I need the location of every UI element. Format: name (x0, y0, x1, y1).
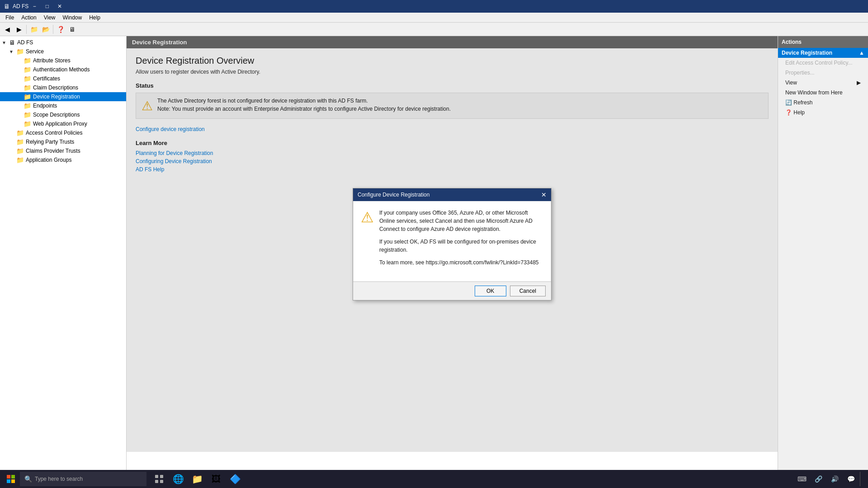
svg-rect-5 (160, 475, 163, 478)
title-bar: 🖥 AD FS − □ ✕ (0, 0, 868, 13)
tree-item-claim-descriptions[interactable]: 📁 Claim Descriptions (0, 83, 126, 92)
svg-rect-7 (160, 480, 163, 483)
folder-icon: 📁 (24, 66, 31, 73)
folder-icon: 📁 (24, 75, 31, 82)
tree-item-endpoints[interactable]: 📁 Endpoints (0, 101, 126, 110)
tree-label: Claim Descriptions (33, 84, 78, 91)
tree-item-app-groups[interactable]: 📁 Application Groups (0, 155, 126, 164)
action-refresh-label: Refresh (793, 99, 812, 106)
tree-item-certificates[interactable]: 📁 Certificates (0, 74, 126, 83)
tree-label: Certificates (33, 75, 60, 82)
dialog-close-button[interactable]: ✕ (541, 191, 547, 198)
console-button[interactable]: 🖥 (67, 24, 78, 35)
menu-window[interactable]: Window (59, 14, 86, 22)
menu-view[interactable]: View (40, 14, 59, 22)
dialog-line1: If your company uses Office 365, Azure A… (379, 209, 543, 233)
close-button[interactable]: ✕ (54, 2, 66, 11)
title-bar-icon: 🖥 (4, 3, 10, 10)
svg-rect-1 (11, 475, 15, 479)
tree-label: Web Application Proxy (33, 121, 87, 127)
tree-item-scope-descriptions[interactable]: 📁 Scope Descriptions (0, 110, 126, 119)
tree-label: Access Control Policies (26, 130, 82, 136)
menu-action[interactable]: Action (18, 14, 40, 22)
action-edit-access: Edit Access Control Policy... (778, 58, 868, 68)
action-refresh[interactable]: 🔄 Refresh (778, 98, 868, 108)
folder-icon: 📁 (24, 111, 31, 118)
taskbar-volume-icon[interactable]: 🔊 (827, 472, 842, 486)
tree-label: Authentication Methods (33, 66, 90, 73)
dialog-line2: If you select OK, AD FS will be configur… (379, 238, 543, 254)
configure-device-dialog: Configure Device Registration ✕ ⚠ If you… (353, 188, 552, 300)
tree-label: AD FS (17, 39, 33, 46)
action-help[interactable]: ❓ Help (778, 108, 868, 117)
taskbar-keyboard-icon[interactable]: ⌨ (795, 472, 809, 486)
taskbar-app5[interactable]: 🔷 (226, 470, 244, 488)
back-button[interactable]: ◀ (2, 24, 13, 35)
ok-button[interactable]: OK (475, 286, 506, 296)
folder-icon: 📁 (24, 93, 31, 100)
folder-icon: 🖥 (9, 39, 15, 46)
action-view[interactable]: View ▶ (778, 78, 868, 88)
tree-item-web-app-proxy[interactable]: 📁 Web Application Proxy (0, 119, 126, 128)
taskbar-show-desktop[interactable]: ⠀ (860, 472, 863, 486)
dialog-body: ⚠ If your company uses Office 365, Azure… (354, 202, 551, 281)
taskbar-network-icon[interactable]: 🔗 (811, 472, 826, 486)
help-toolbar-button[interactable]: ❓ (55, 24, 66, 35)
taskbar-photos[interactable]: 🖼 (207, 470, 225, 488)
cancel-button[interactable]: Cancel (510, 286, 546, 296)
tree-label: Claims Provider Trusts (26, 148, 80, 154)
folder-icon: 📁 (16, 156, 24, 164)
tree-item-auth-methods[interactable]: 📁 Authentication Methods (0, 65, 126, 74)
taskbar-explorer[interactable]: 📁 (188, 470, 206, 488)
submenu-arrow-icon: ▶ (857, 80, 861, 86)
taskbar-task-view[interactable] (150, 470, 168, 488)
tree-item-service[interactable]: ▼ 📁 Service (0, 47, 126, 56)
left-panel: ▼ 🖥 AD FS ▼ 📁 Service 📁 Attribute Stores… (0, 36, 127, 470)
svg-rect-6 (155, 480, 158, 483)
maximize-button[interactable]: □ (41, 2, 53, 11)
taskbar-notification-icon[interactable]: 💬 (844, 472, 858, 486)
dialog-text: If your company uses Office 365, Azure A… (379, 209, 543, 267)
refresh-icon: 🔄 (785, 99, 792, 106)
toolbar: ◀ ▶ 📁 📂 ❓ 🖥 (0, 23, 868, 36)
action-new-window[interactable]: New Window from Here (778, 88, 868, 98)
dialog-message: ⚠ If your company uses Office 365, Azure… (361, 209, 543, 267)
svg-rect-4 (155, 475, 158, 478)
taskbar-edge[interactable]: 🌐 (169, 470, 187, 488)
forward-button[interactable]: ▶ (14, 24, 24, 35)
actions-header: Actions (778, 36, 868, 48)
folder-icon: 📁 (16, 138, 24, 145)
action-help-label: Help (793, 109, 805, 116)
tree-item-device-registration[interactable]: 📁 Device Registration (0, 92, 126, 101)
actions-section-title[interactable]: Device Registration ▲ (778, 48, 868, 58)
taskbar-right: ⌨ 🔗 🔊 💬 ⠀ (795, 472, 866, 486)
browse-button[interactable]: 📂 (40, 24, 51, 35)
title-bar-controls: − □ ✕ (28, 2, 66, 11)
start-button[interactable] (2, 470, 20, 488)
search-placeholder: Type here to search (35, 476, 83, 482)
folder-icon: 📁 (24, 102, 31, 109)
collapse-icon: ▲ (859, 50, 864, 56)
tree-item-claims-provider[interactable]: 📁 Claims Provider Trusts (0, 146, 126, 155)
tree-label: Service (26, 48, 44, 55)
taskbar-search[interactable]: 🔍 Type here to search (20, 472, 146, 486)
tree-label: Attribute Stores (33, 57, 71, 64)
folder-icon: 📁 (16, 129, 24, 136)
folder-icon: 📁 (24, 120, 31, 127)
folder-icon: 📁 (16, 48, 24, 55)
minimize-button[interactable]: − (28, 2, 40, 11)
menu-help[interactable]: Help (85, 14, 104, 22)
right-panel: Actions Device Registration ▲ Edit Acces… (778, 36, 868, 470)
taskbar-apps: 🌐 📁 🖼 🔷 (150, 470, 244, 488)
tree-item-access-control[interactable]: 📁 Access Control Policies (0, 128, 126, 137)
tree-label: Relying Party Trusts (26, 139, 74, 145)
up-folder-button[interactable]: 📁 (28, 24, 39, 35)
svg-rect-0 (7, 475, 10, 479)
tree-item-attribute-stores[interactable]: 📁 Attribute Stores (0, 56, 126, 65)
tree-label: Endpoints (33, 103, 57, 109)
tree-item-relying-party[interactable]: 📁 Relying Party Trusts (0, 137, 126, 146)
menu-file[interactable]: File (2, 14, 18, 22)
folder-icon: 📁 (24, 84, 31, 91)
tree-item-adfs[interactable]: ▼ 🖥 AD FS (0, 38, 126, 47)
actions-section-label: Device Registration (782, 50, 832, 56)
